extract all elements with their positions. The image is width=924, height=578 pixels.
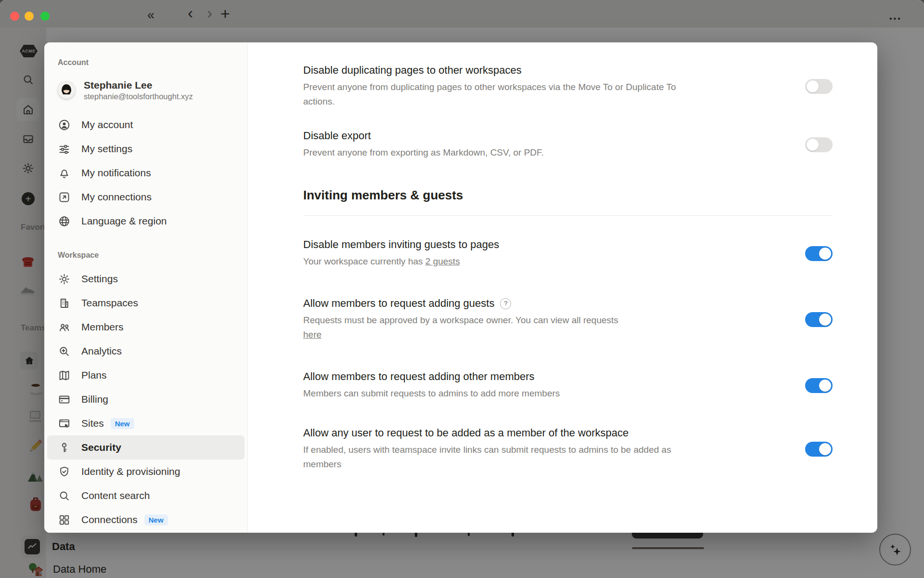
sidebar-item-language-region[interactable]: Language & region xyxy=(47,209,244,233)
toggle-knob xyxy=(819,248,831,260)
user-email: stephanie@toolsforthought.xyz xyxy=(84,92,193,102)
help-icon[interactable]: ? xyxy=(500,298,511,309)
magnifier-plus-icon xyxy=(58,345,71,358)
toggle-request-members[interactable] xyxy=(805,378,833,393)
user-name: Stephanie Lee xyxy=(84,79,193,92)
sidebar-item-label: Security xyxy=(81,442,121,453)
arrow-up-right-square-icon xyxy=(58,191,71,204)
setting-row-request-membership: Allow any user to request to be added as… xyxy=(303,426,833,472)
sidebar-item-content-search[interactable]: Content search xyxy=(47,484,244,508)
sidebar-item-user-profile[interactable]: Stephanie Lee stephanie@toolsforthought.… xyxy=(44,73,247,107)
screen: « ‹ › + ••• ACME + Favorites Teamspaces xyxy=(0,0,924,578)
description-text: Requests must be approved by a workspace… xyxy=(303,315,618,325)
setting-row-disable-guest-invites: Disable members inviting guests to pages… xyxy=(303,238,833,269)
setting-title: Disable members inviting guests to pages xyxy=(303,238,786,251)
sidebar-item-label: Identity & provisioning xyxy=(81,466,180,477)
sidebar-item-label: My notifications xyxy=(81,167,151,179)
setting-description: If enabled, users with teamspace invite … xyxy=(303,443,710,472)
sidebar-item-label: Plans xyxy=(81,369,107,381)
sidebar-item-label: Language & region xyxy=(81,215,167,227)
new-badge: New xyxy=(111,418,134,429)
globe-icon xyxy=(58,215,71,228)
setting-description: Your workspace currently has 2 guests xyxy=(303,254,710,269)
setting-row-disable-export: Disable export Prevent anyone from expor… xyxy=(303,129,833,160)
shield-check-icon xyxy=(58,465,71,478)
toggle-knob xyxy=(819,314,831,326)
toggle-request-guests[interactable] xyxy=(805,312,833,327)
toggle-disable-export[interactable] xyxy=(805,137,833,152)
section-heading: Inviting members & guests xyxy=(303,187,833,203)
sidebar-item-my-settings[interactable]: My settings xyxy=(47,137,244,161)
toggle-knob xyxy=(819,380,831,392)
avatar xyxy=(58,81,75,99)
setting-title: Allow any user to request to be added as… xyxy=(303,426,786,440)
setting-title: Allow members to request adding other me… xyxy=(303,370,786,383)
setting-title: Disable export xyxy=(303,129,786,143)
sidebar-item-label: My settings xyxy=(81,143,132,155)
minimize-window-button[interactable] xyxy=(25,12,34,21)
sidebar-item-label: Billing xyxy=(81,394,108,405)
sidebar-item-my-connections[interactable]: My connections xyxy=(47,185,244,209)
sidebar-item-analytics[interactable]: Analytics xyxy=(47,339,244,363)
close-window-button[interactable] xyxy=(10,12,19,21)
sidebar-item-security[interactable]: Security xyxy=(47,435,244,460)
workspace-section-header: Workspace xyxy=(44,250,247,261)
requests-link[interactable]: here xyxy=(303,328,321,342)
settings-sidebar: Account Stephanie Lee stephanie@toolsfor… xyxy=(44,42,248,533)
new-badge: New xyxy=(144,514,168,525)
key-icon xyxy=(58,441,71,454)
sidebar-item-label: Teamspaces xyxy=(81,297,138,309)
sidebar-item-label: Content search xyxy=(81,490,150,501)
toggle-knob xyxy=(807,139,819,151)
sidebar-item-sites[interactable]: Sites New xyxy=(47,411,244,435)
setting-description: Prevent anyone from duplicating pages to… xyxy=(303,80,710,109)
toggle-disable-guest-invites[interactable] xyxy=(805,246,833,261)
sidebar-item-label: Analytics xyxy=(81,345,122,357)
gear-icon xyxy=(58,273,71,286)
title-text: Allow members to request adding guests xyxy=(303,297,494,310)
sidebar-item-my-notifications[interactable]: My notifications xyxy=(47,161,244,185)
zoom-window-button[interactable] xyxy=(40,12,50,21)
toggle-disable-duplicating[interactable] xyxy=(805,79,833,94)
section-divider xyxy=(303,215,833,216)
sidebar-item-connections[interactable]: Connections New xyxy=(47,508,244,532)
setting-row-request-guests: Allow members to request adding guests? … xyxy=(303,297,833,342)
account-section-header: Account xyxy=(44,57,247,68)
setting-description: Prevent anyone from exporting as Markdow… xyxy=(303,145,710,160)
credit-card-icon xyxy=(58,393,71,406)
map-icon xyxy=(58,369,71,382)
sidebar-item-members[interactable]: Members xyxy=(47,315,244,339)
toggle-knob xyxy=(807,80,819,92)
sidebar-item-label: My connections xyxy=(81,191,152,203)
toggle-request-membership[interactable] xyxy=(805,442,833,457)
sidebar-item-label: Sites xyxy=(81,418,104,429)
setting-description: Members can submit requests to admins to… xyxy=(303,386,710,401)
magnifier-icon xyxy=(58,489,71,502)
setting-row-request-members: Allow members to request adding other me… xyxy=(303,370,833,401)
sidebar-item-label: Settings xyxy=(81,273,118,285)
toggle-knob xyxy=(819,443,831,455)
grid-icon xyxy=(58,513,71,526)
sliders-icon xyxy=(58,143,71,156)
sidebar-item-label: My account xyxy=(81,119,133,131)
setting-description: Requests must be approved by a workspace… xyxy=(303,313,710,342)
sidebar-item-teamspaces[interactable]: Teamspaces xyxy=(47,291,244,315)
description-text: Your workspace currently has xyxy=(303,256,425,266)
settings-dialog: Account Stephanie Lee stephanie@toolsfor… xyxy=(44,42,877,533)
people-icon xyxy=(58,321,71,334)
setting-title: Allow members to request adding guests? xyxy=(303,297,786,310)
bell-icon xyxy=(58,167,71,180)
building-icon xyxy=(58,297,71,310)
person-circle-icon xyxy=(58,118,71,131)
sidebar-item-my-account[interactable]: My account xyxy=(47,113,244,137)
sidebar-item-identity-provisioning[interactable]: Identity & provisioning xyxy=(47,460,244,484)
sidebar-item-plans[interactable]: Plans xyxy=(47,363,244,387)
sidebar-item-billing[interactable]: Billing xyxy=(47,387,244,411)
browser-cursor-icon xyxy=(58,417,71,430)
sidebar-item-label: Connections xyxy=(81,514,138,525)
setting-title: Disable duplicating pages to other works… xyxy=(303,64,786,77)
guests-link[interactable]: 2 guests xyxy=(425,256,460,266)
sidebar-item-label: Members xyxy=(81,321,124,333)
sidebar-item-settings[interactable]: Settings xyxy=(47,267,244,291)
security-settings-panel: Disable duplicating pages to other works… xyxy=(248,42,877,533)
